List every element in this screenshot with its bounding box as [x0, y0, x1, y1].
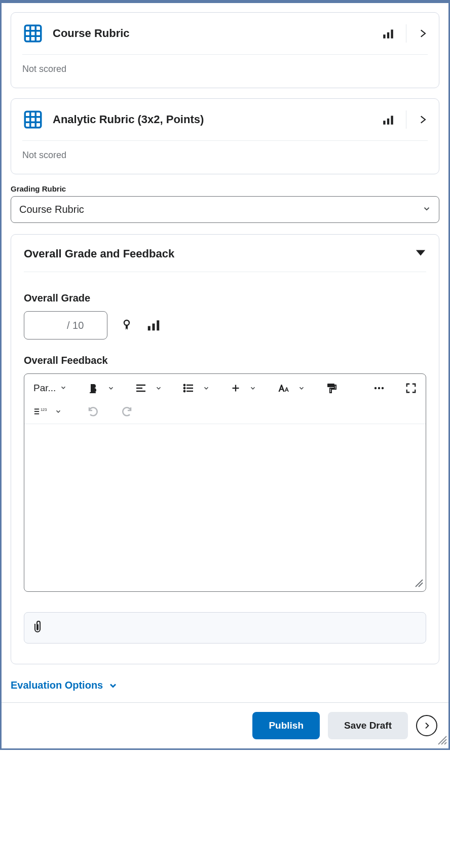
font-button[interactable] [275, 379, 292, 397]
evaluation-options-label: Evaluation Options [11, 680, 103, 691]
equation-dropdown[interactable] [53, 405, 64, 418]
bold-button[interactable] [85, 379, 101, 397]
paragraph-format-dropdown[interactable]: Par... [31, 380, 69, 397]
rubric-grid-icon [22, 23, 44, 44]
svg-point-17 [124, 320, 129, 325]
rubric-title: Analytic Rubric (3x2, Points) [53, 113, 382, 126]
ribbon-button[interactable] [121, 317, 133, 334]
svg-rect-20 [157, 320, 159, 330]
overall-panel: Overall Grade and Feedback Overall Grade… [11, 234, 439, 664]
overall-grade-label: Overall Grade [24, 292, 426, 304]
svg-rect-13 [383, 121, 385, 125]
grading-rubric-label: Grading Rubric [11, 184, 439, 193]
align-button[interactable] [133, 379, 149, 397]
stats-button[interactable] [146, 317, 161, 334]
rubric-grid-icon [22, 109, 44, 130]
expand-button[interactable] [418, 27, 428, 40]
feedback-textarea[interactable] [24, 424, 426, 591]
editor-toolbar: Par... [24, 374, 426, 424]
rubric-status: Not scored [22, 55, 428, 74]
svg-rect-6 [387, 32, 389, 39]
svg-text:123: 123 [41, 407, 47, 412]
panel-title: Overall Grade and Feedback [24, 247, 415, 260]
panel-header: Overall Grade and Feedback [24, 247, 426, 272]
svg-point-29 [184, 388, 185, 389]
grading-rubric-select[interactable]: Course Rubric [11, 196, 439, 223]
grade-denominator: / 10 [67, 320, 84, 331]
equation-button[interactable]: 123 [31, 403, 49, 420]
rubric-header: Course Rubric [22, 23, 428, 55]
chevron-down-icon [108, 681, 118, 691]
chevron-down-icon [60, 383, 67, 394]
stats-button[interactable] [382, 113, 395, 126]
insert-dropdown[interactable] [247, 382, 258, 395]
publish-button[interactable]: Publish [252, 712, 320, 739]
rubric-title: Course Rubric [53, 27, 382, 40]
svg-rect-21 [90, 392, 96, 393]
list-button[interactable] [180, 379, 197, 397]
fullscreen-button[interactable] [403, 380, 419, 397]
grade-input-wrap: / 10 [24, 311, 107, 339]
svg-line-45 [444, 742, 446, 744]
rubric-card: Course Rubric Not scored [11, 12, 439, 88]
overall-feedback-label: Overall Feedback [24, 355, 426, 366]
svg-rect-19 [153, 323, 155, 330]
divider [406, 24, 406, 43]
undo-button[interactable] [85, 402, 101, 421]
align-dropdown[interactable] [153, 382, 164, 395]
insert-button[interactable] [228, 380, 243, 397]
svg-rect-0 [25, 25, 41, 42]
svg-point-30 [184, 391, 185, 392]
rubric-card: Analytic Rubric (3x2, Points) Not scored [11, 98, 439, 174]
next-button[interactable] [416, 715, 437, 736]
footer: Publish Save Draft [2, 702, 448, 748]
svg-point-34 [374, 387, 377, 389]
svg-rect-14 [387, 119, 389, 125]
grade-row: / 10 [24, 311, 426, 339]
grading-rubric-select-wrap: Course Rubric [11, 196, 439, 223]
svg-marker-16 [416, 250, 425, 256]
list-dropdown[interactable] [201, 382, 212, 395]
svg-rect-18 [148, 326, 151, 330]
paragraph-format-label: Par... [33, 383, 56, 394]
svg-point-36 [382, 387, 384, 389]
expand-button[interactable] [418, 114, 428, 126]
svg-rect-8 [25, 111, 41, 128]
divider [406, 110, 406, 129]
svg-rect-7 [391, 29, 393, 38]
evaluation-options-toggle[interactable]: Evaluation Options [11, 680, 118, 691]
stats-button[interactable] [382, 27, 395, 40]
svg-rect-5 [383, 34, 385, 39]
resize-handle-icon[interactable] [414, 578, 424, 590]
svg-rect-15 [391, 116, 393, 124]
attachment-dropzone[interactable] [24, 612, 426, 644]
bold-dropdown[interactable] [105, 382, 117, 395]
format-painter-button[interactable] [323, 379, 340, 397]
svg-rect-33 [327, 384, 334, 387]
paperclip-icon [32, 620, 45, 636]
svg-point-35 [378, 387, 380, 389]
rubric-status: Not scored [22, 141, 428, 161]
redo-button[interactable] [119, 402, 135, 421]
svg-point-28 [184, 385, 185, 386]
collapse-toggle[interactable] [415, 249, 426, 259]
window-resize-handle-icon[interactable] [437, 735, 447, 747]
more-button[interactable] [371, 379, 387, 397]
rubric-header: Analytic Rubric (3x2, Points) [22, 109, 428, 141]
grade-input[interactable] [31, 320, 64, 331]
feedback-editor: Par... [24, 373, 426, 592]
save-draft-button[interactable]: Save Draft [328, 712, 408, 739]
font-dropdown[interactable] [296, 382, 307, 395]
